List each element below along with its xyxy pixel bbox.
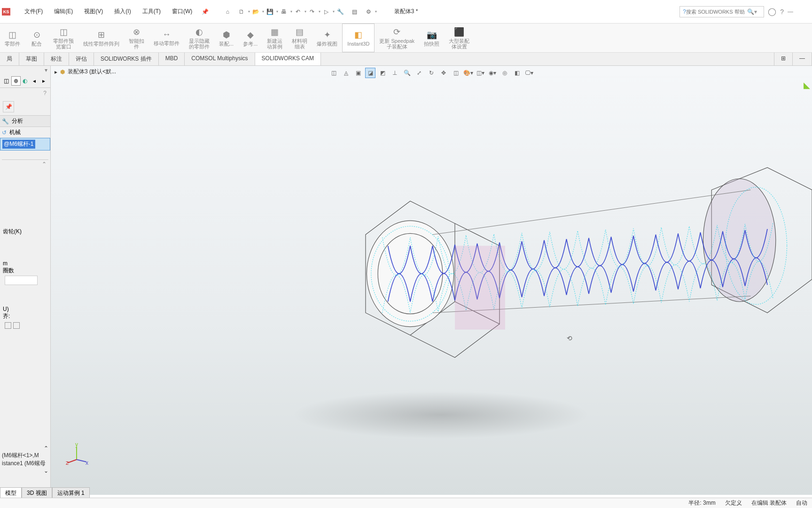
breadcrumb[interactable]: ▸ ⬢ 装配体3 (默认<默...: [55, 68, 116, 76]
ribbon-preview[interactable]: ◫零部件预 览窗口: [48, 24, 78, 52]
view-zoom-icon[interactable]: 🔍: [402, 68, 412, 78]
save-icon[interactable]: 💾: [265, 7, 274, 16]
view-hidden-icon[interactable]: ▣: [353, 68, 363, 78]
panel-mech-row[interactable]: ↺ 机械: [0, 127, 50, 138]
menu-tools[interactable]: 工具(T): [137, 5, 166, 18]
user-icon[interactable]: ◯: [768, 7, 776, 16]
ribbon-pattern[interactable]: ⊞线性零部件阵列: [78, 24, 124, 52]
model-rendering: ⟲: [98, 89, 812, 492]
view-pan-icon[interactable]: ✥: [438, 68, 449, 78]
orientation-triad[interactable]: y z x: [65, 443, 88, 467]
view-shaded-icon[interactable]: ◪: [365, 68, 375, 78]
help-main-icon[interactable]: ?: [780, 8, 784, 16]
tab-collapse-icon[interactable]: —: [793, 53, 812, 65]
status-auto: 自动: [796, 499, 807, 507]
btab-3dview[interactable]: 3D 视图: [22, 487, 52, 498]
tab-expand-icon[interactable]: ⊞: [774, 53, 793, 65]
feedback-icon[interactable]: ◣: [804, 80, 810, 90]
ribbon-bom[interactable]: ▤材料明 细表: [287, 24, 312, 52]
search-dropdown-icon[interactable]: 🔍▾: [747, 8, 757, 15]
ribbon-move[interactable]: ↔移动零部件: [149, 24, 184, 52]
btab-motion[interactable]: 运动算例 1: [52, 487, 90, 498]
print-icon[interactable]: 🖶: [279, 7, 289, 16]
svg-line-9: [68, 460, 77, 463]
ribbon-reference[interactable]: ◆参考...: [238, 24, 262, 52]
view-appearance-icon[interactable]: 🎨▾: [463, 68, 473, 78]
menu-edit[interactable]: 编辑(E): [48, 5, 78, 18]
settings-icon[interactable]: ⚙: [364, 7, 373, 16]
graphics-viewport[interactable]: ▸ ⬢ 装配体3 (默认<默... ◫ ◬ ▣ ◪ ◩ ⊥ 🔍 ⤢ ↻ ✥ ◫ …: [51, 66, 812, 495]
select-icon[interactable]: ▷: [321, 7, 331, 16]
turns-input[interactable]: [5, 276, 38, 285]
view-section-icon[interactable]: ⊥: [390, 68, 400, 78]
menu-view[interactable]: 视图(V): [78, 5, 109, 18]
ribbon-assembly[interactable]: ⬢装配...: [214, 24, 238, 52]
panel-tab-next-icon[interactable]: ▸: [39, 76, 48, 86]
expand-icon[interactable]: ⌃: [44, 445, 48, 452]
ribbon-speedpak[interactable]: ⟳更新 Speedpak 子装配体: [375, 24, 419, 52]
btab-model[interactable]: 模型: [0, 487, 22, 498]
panel-pushpin-icon[interactable]: 📌: [3, 101, 14, 112]
tab-comsol[interactable]: COMSOL Multiphysics: [185, 53, 255, 65]
search-box[interactable]: ? 🔍▾: [679, 6, 764, 17]
menu-file[interactable]: 文件(F): [19, 5, 48, 18]
ribbon-mate[interactable]: ⊙配合: [25, 24, 48, 52]
collapse2-icon[interactable]: ⌄: [44, 468, 48, 474]
ribbon-snapshot[interactable]: 📷拍快照: [419, 24, 444, 52]
ribbon-component[interactable]: ◫零部件: [0, 24, 25, 52]
view-scene-icon[interactable]: ◫▾: [475, 68, 485, 78]
pin-icon[interactable]: 📌: [202, 8, 209, 15]
tab-evaluate[interactable]: 评估: [69, 53, 94, 65]
tab-addins[interactable]: SOLIDWORKS 插件: [94, 53, 159, 65]
ribbon-exploded[interactable]: ✦爆炸视图: [312, 24, 342, 52]
panel-tab-motion-icon[interactable]: ◐: [21, 76, 30, 86]
view-rotate-icon[interactable]: ↻: [426, 68, 437, 78]
new-icon[interactable]: 🗋: [237, 7, 246, 16]
view-front-icon[interactable]: ◫: [328, 68, 339, 78]
options-icon[interactable]: ▤: [350, 7, 359, 16]
view-zoom-fit-icon[interactable]: ⤢: [414, 68, 424, 78]
tab-layout[interactable]: 局: [0, 53, 19, 65]
view-wire-icon[interactable]: ◬: [341, 68, 351, 78]
ribbon-instant3d[interactable]: ◧Instant3D: [342, 24, 375, 52]
view-draft-icon[interactable]: ◫: [451, 68, 461, 78]
ribbon-motion-study[interactable]: ▦新建运 动算例: [262, 24, 287, 52]
view-camera-icon[interactable]: ◧: [512, 68, 522, 78]
panel-tab-tree-icon[interactable]: ◫: [2, 76, 11, 86]
redo-icon[interactable]: ↷: [307, 7, 317, 16]
view-shaded-edge-icon[interactable]: ◩: [377, 68, 388, 78]
panel-tab-target-icon[interactable]: ⊕: [11, 76, 21, 86]
tab-mbd[interactable]: MBD: [159, 53, 185, 65]
curve-icon: ↺: [2, 129, 7, 136]
menu-insert[interactable]: 插入(I): [109, 5, 136, 18]
panel-selected-item[interactable]: @M6螺杆-1: [0, 138, 50, 151]
tab-sketch[interactable]: 草图: [19, 53, 44, 65]
ribbon-large-assembly[interactable]: ⬛大型装配 体设置: [444, 24, 474, 52]
undo-icon[interactable]: ↶: [293, 7, 303, 16]
document-title: 装配体3 *: [394, 8, 418, 16]
command-tabs: 局 草图 标注 评估 SOLIDWORKS 插件 MBD COMSOL Mult…: [0, 53, 812, 66]
align-buttons[interactable]: [3, 320, 47, 331]
collapse-icon[interactable]: ⌃: [42, 161, 47, 167]
panel-analysis-row[interactable]: 🔧 分析: [0, 115, 50, 127]
ribbon-smart-fastener[interactable]: ⊗智能扣 件: [124, 24, 149, 52]
minimize-icon[interactable]: —: [788, 8, 793, 15]
ribbon-show-hide[interactable]: ◐显示隐藏 的零部件: [184, 24, 214, 52]
panel-help-icon[interactable]: ?: [43, 90, 47, 96]
view-monitor-icon[interactable]: 🖵▾: [524, 68, 534, 78]
gear-label: 齿轮(K): [3, 228, 47, 236]
open-icon[interactable]: 📂: [251, 7, 260, 16]
svg-text:z: z: [66, 460, 69, 466]
view-display-icon[interactable]: ◉▾: [487, 68, 498, 78]
tab-annotate[interactable]: 标注: [44, 53, 69, 65]
tab-cam[interactable]: SOLIDWORKS CAM: [255, 53, 321, 65]
rebuild-icon[interactable]: 🔧: [336, 7, 345, 16]
breadcrumb-expand-icon[interactable]: ▸: [55, 69, 57, 75]
home-icon[interactable]: ⌂: [223, 7, 232, 16]
mech-label: 机械: [9, 128, 21, 136]
view-render-icon[interactable]: ◎: [500, 68, 510, 78]
search-input[interactable]: [686, 9, 747, 15]
menu-window[interactable]: 窗口(W): [166, 5, 198, 18]
panel-tab-prev-icon[interactable]: ◂: [30, 76, 39, 86]
panel-close-icon[interactable]: ▾: [45, 67, 47, 73]
